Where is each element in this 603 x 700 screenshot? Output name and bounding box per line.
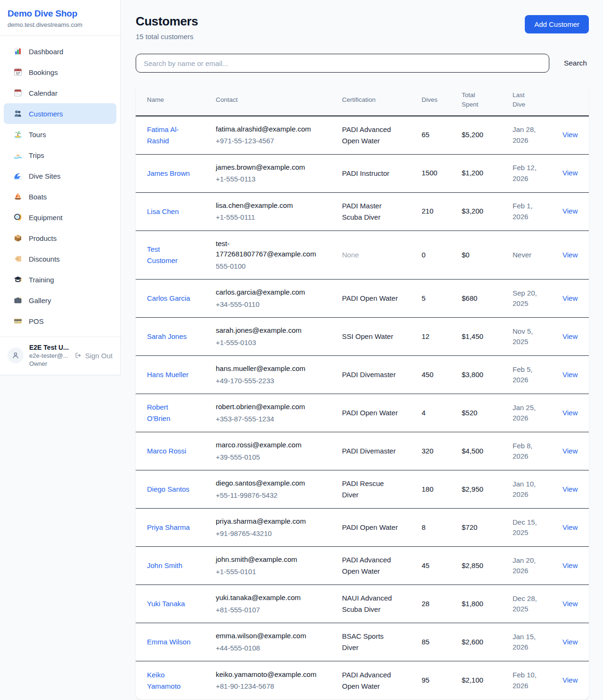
customer-name-link[interactable]: Keiko Yamamoto [147, 669, 191, 692]
customer-certification: PADI Open Water [342, 522, 398, 533]
sidebar-item-label: Tours [29, 131, 46, 139]
view-link[interactable]: View [562, 332, 578, 340]
sidebar-item-dive-sites[interactable]: Dive Sites [4, 165, 116, 186]
pos-icon [13, 316, 23, 326]
sidebar-item-label: Trips [29, 151, 44, 159]
customer-name-link[interactable]: Carlos Garcia [147, 293, 190, 304]
sidebar-item-gallery[interactable]: Gallery [4, 290, 116, 311]
view-link[interactable]: View [562, 561, 578, 569]
table-row: Carlos Garcia carlos.garcia@example.com … [136, 280, 589, 318]
customer-certification: None [342, 249, 359, 261]
view-link[interactable]: View [562, 485, 578, 493]
training-icon [13, 275, 23, 284]
table-header-row: NameContactCertificationDivesTotal Spent… [136, 85, 589, 116]
customer-name-link[interactable]: Sarah Jones [147, 331, 187, 342]
view-link[interactable]: View [562, 371, 578, 379]
view-link[interactable]: View [562, 523, 578, 531]
sidebar-item-pos[interactable]: POS [4, 311, 116, 331]
view-link[interactable]: View [562, 131, 578, 139]
customer-email: robert.obrien@example.com [216, 402, 323, 412]
customer-last-dive: Never [513, 250, 531, 261]
customer-email: marco.rossi@example.com [216, 440, 323, 451]
gallery-icon [13, 296, 23, 305]
view-link[interactable]: View [562, 676, 578, 684]
sidebar-item-products[interactable]: Products [4, 228, 116, 248]
customer-dives: 28 [422, 599, 462, 609]
customer-total-spent: $3,800 [462, 370, 513, 380]
sign-out-button[interactable]: Sign Out [74, 352, 113, 360]
view-link[interactable]: View [562, 638, 578, 646]
customer-dives: 180 [422, 484, 462, 495]
customer-total-spent: $0 [462, 250, 513, 261]
sidebar-item-boats[interactable]: Boats [4, 186, 116, 207]
view-link[interactable]: View [562, 207, 578, 215]
sidebar-item-dashboard[interactable]: Dashboard [4, 41, 116, 62]
customer-phone: +971-55-123-4567 [216, 136, 323, 147]
table-row: John Smith john.smith@example.com +1-555… [136, 547, 589, 585]
shop-name: Demo Dive Shop [8, 8, 113, 19]
customer-name-link[interactable]: John Smith [147, 560, 182, 571]
customer-last-dive: Nov 5, 2025 [513, 326, 547, 347]
column-header-contact: Contact [216, 95, 342, 105]
customer-name-link[interactable]: Hans Mueller [147, 369, 188, 380]
user-role: Owner [29, 360, 74, 367]
customer-dives: 95 [422, 675, 462, 686]
customer-dives: 4 [422, 408, 462, 419]
trips-icon [13, 150, 23, 160]
customer-total-spent: $2,850 [462, 560, 513, 571]
bookings-icon: 17 [13, 67, 23, 77]
customer-name-link[interactable]: Yuki Tanaka [147, 598, 185, 609]
user-section: E2E Test U... e2e-tester@... Owner Sign … [0, 337, 120, 375]
sidebar-item-trips[interactable]: Trips [4, 145, 116, 165]
view-link[interactable]: View [562, 169, 578, 177]
view-link[interactable]: View [562, 447, 578, 455]
customer-certification: PADI Master Scuba Diver [342, 200, 400, 223]
customer-phone: +34-555-0110 [216, 299, 323, 310]
column-header-total-spent: Total Spent [462, 91, 513, 110]
customer-name-link[interactable]: Priya Sharma [147, 522, 190, 533]
customer-name-link[interactable]: Lisa Chen [147, 206, 179, 217]
customer-name-link[interactable]: Emma Wilson [147, 636, 191, 648]
customer-certification: PADI Open Water [342, 407, 398, 419]
table-row: Test Customer test-1772681807767@example… [136, 231, 589, 280]
sidebar-item-label: Products [29, 234, 57, 242]
tours-icon [13, 130, 23, 139]
customer-last-dive: Jan 25, 2026 [513, 403, 547, 424]
customer-email: fatima.alrashid@example.com [216, 124, 323, 135]
customers-table-card: NameContactCertificationDivesTotal Spent… [136, 85, 589, 700]
customer-last-dive: Feb 5, 2026 [513, 364, 547, 386]
sidebar-item-calendar[interactable]: Calendar [4, 82, 116, 103]
customer-name-link[interactable]: Diego Santos [147, 484, 189, 495]
sign-out-label: Sign Out [85, 352, 113, 360]
customer-total-spent: $680 [462, 293, 513, 304]
add-customer-button[interactable]: Add Customer [525, 15, 589, 33]
customer-dives: 0 [422, 250, 462, 261]
view-link[interactable]: View [562, 294, 578, 302]
customer-name-link[interactable]: James Brown [147, 168, 190, 179]
view-link[interactable]: View [562, 600, 578, 608]
search-button[interactable]: Search [562, 59, 589, 67]
view-link[interactable]: View [562, 251, 578, 259]
customer-name-link[interactable]: Robert O'Brien [147, 402, 191, 424]
customer-name-link[interactable]: Test Customer [147, 244, 191, 266]
customer-certification: SSI Open Water [342, 331, 393, 342]
view-link[interactable]: View [562, 409, 578, 417]
customer-total-spent: $2,950 [462, 484, 513, 495]
sidebar-item-discounts[interactable]: Discounts [4, 248, 116, 269]
table-row: Priya Sharma priya.sharma@example.com +9… [136, 509, 589, 547]
customer-certification: NAUI Advanced Scuba Diver [342, 593, 400, 615]
sidebar-item-tours[interactable]: Tours [4, 124, 116, 145]
customer-name-link[interactable]: Fatima Al-Rashid [147, 124, 191, 147]
customer-email: sarah.jones@example.com [216, 325, 323, 336]
customer-email: keiko.yamamoto@example.com [216, 669, 323, 680]
search-input[interactable] [136, 54, 549, 73]
customer-email: yuki.tanaka@example.com [216, 593, 323, 603]
sidebar-item-bookings[interactable]: 17 Bookings [4, 62, 116, 82]
sidebar-item-training[interactable]: Training [4, 269, 116, 290]
customer-email: diego.santos@example.com [216, 478, 323, 489]
sidebar-nav: Dashboard 17 Bookings Calendar Customers… [0, 36, 120, 337]
customer-name-link[interactable]: Marco Rossi [147, 445, 186, 457]
customer-certification: PADI Divemaster [342, 369, 396, 380]
sidebar-item-equipment[interactable]: Equipment [4, 207, 116, 228]
sidebar-item-customers[interactable]: Customers [4, 103, 116, 124]
